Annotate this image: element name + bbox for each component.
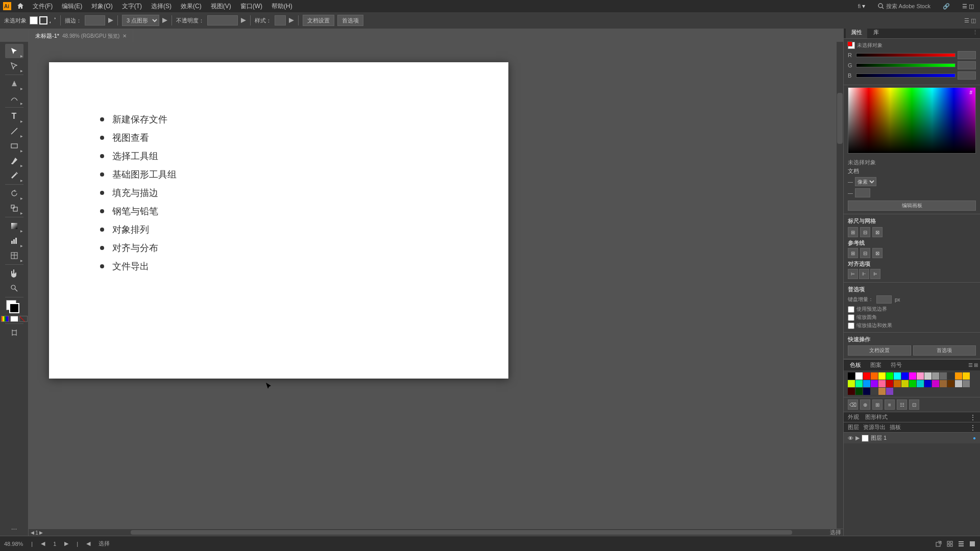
chart-tool[interactable]: ▶ [5, 234, 23, 248]
layer-options[interactable]: ⋮ [970, 424, 976, 431]
swatch-tool1[interactable]: ⌫ [848, 399, 858, 410]
swatch-cell[interactable] [955, 380, 962, 387]
swatch-cell[interactable] [909, 372, 916, 380]
workspace-selector[interactable]: fi ▾ [854, 2, 870, 11]
symbol-tab[interactable]: 符号 [887, 360, 906, 370]
hand-tool[interactable] [5, 266, 23, 281]
preview-bounds-check[interactable] [848, 306, 854, 313]
swatch-cell[interactable] [909, 380, 916, 387]
swatch-cell[interactable] [894, 372, 901, 380]
keyboard-input[interactable]: 1 [876, 295, 892, 304]
swatch-cell[interactable] [863, 372, 870, 380]
next-artboard-btn[interactable]: ▶ [39, 530, 43, 535]
swatch-cell[interactable] [917, 380, 924, 387]
menu-file[interactable]: 文件(F) [29, 1, 57, 12]
color-mode-color[interactable] [1, 316, 9, 322]
document-tab[interactable]: 未标题-1* 48.98% (RGB/GPU 预览) ✕ [29, 30, 133, 42]
slice-tool[interactable]: ▶ [5, 248, 23, 263]
attr-panel-options[interactable]: ⋮ [972, 29, 978, 36]
stroke-width-input[interactable] [85, 15, 105, 26]
swatch-cell[interactable] [947, 380, 954, 387]
guide-btn2[interactable]: ⊟ [860, 248, 870, 258]
swatch-cell[interactable] [871, 388, 878, 395]
scroll-left-btn[interactable]: ◀ [86, 540, 90, 547]
fit-page-icon[interactable] [946, 540, 953, 547]
next-page-btn[interactable]: ▶ [64, 540, 68, 547]
r-slider[interactable] [856, 53, 955, 57]
guide-btn1[interactable]: ⊞ [848, 248, 858, 258]
quick-preferences-btn[interactable]: 首选项 [913, 345, 976, 356]
swatch-cell[interactable] [901, 380, 909, 387]
color-gradient-picker[interactable]: # [848, 87, 976, 154]
layer-target[interactable]: ● [973, 435, 976, 441]
swatch-cell[interactable] [901, 372, 909, 380]
menu-text[interactable]: 文字(T) [118, 1, 146, 12]
share-btn[interactable]: 🔗 [939, 2, 954, 11]
unit-select[interactable]: 像素 [855, 177, 876, 186]
snap-toggle[interactable]: ⊠ [872, 227, 883, 237]
scale-strokes-check[interactable] [848, 322, 854, 329]
swatch-cell[interactable] [932, 380, 939, 387]
align-right[interactable]: ⊫ [870, 269, 880, 279]
pencil-tool[interactable]: ▶ [5, 168, 23, 183]
search-bar[interactable]: 搜索 Adobe Stock [874, 2, 935, 11]
menu-help[interactable]: 帮助(H) [267, 1, 297, 12]
g-slider[interactable] [856, 63, 955, 67]
h-scroll-thumb[interactable] [131, 530, 792, 535]
arrange-icon[interactable] [969, 540, 976, 547]
properties-icon[interactable] [958, 540, 965, 547]
layer-visibility-eye[interactable]: 👁 [848, 435, 853, 441]
g-value-input[interactable] [958, 61, 976, 69]
zoom-tool[interactable] [5, 281, 23, 295]
curvature-tool[interactable]: ▶ [5, 91, 23, 106]
swatch-cell[interactable] [932, 372, 939, 380]
swatch-cell[interactable] [963, 372, 970, 380]
swatch-cell[interactable] [924, 372, 932, 380]
arrange-icons[interactable]: ☰ ◫ [964, 17, 976, 24]
swatch-cell[interactable] [848, 380, 855, 387]
gradient-tool[interactable]: ▶ [5, 219, 23, 233]
swatch-cell[interactable] [886, 380, 893, 387]
swatch-cell[interactable] [894, 380, 901, 387]
b-slider[interactable] [856, 73, 955, 78]
swatch-cell[interactable] [955, 372, 962, 380]
stroke-swatch[interactable] [39, 16, 47, 24]
swatch-cell[interactable] [878, 380, 886, 387]
swatch-tab[interactable]: 色板 [846, 360, 865, 370]
direct-selection-tool[interactable]: ▶ [5, 59, 23, 73]
swatch-cell[interactable] [917, 372, 924, 380]
prev-page-btn[interactable]: ◀ [41, 540, 45, 547]
external-link-icon[interactable] [935, 540, 942, 547]
swatch-cell[interactable] [963, 380, 970, 387]
h-scrollbar[interactable]: ◀ 1 ▶ 选择 [29, 529, 843, 536]
align-center-h[interactable]: ⊩ [859, 269, 869, 279]
swatch-cell[interactable] [855, 388, 863, 395]
menu-object[interactable]: 对象(O) [87, 1, 116, 12]
rectangle-tool[interactable]: ▶ [5, 139, 23, 153]
scale-tool[interactable]: ▶ [5, 201, 23, 215]
section-options[interactable]: ⋮ [970, 414, 976, 421]
swatch-cell[interactable] [871, 380, 878, 387]
swatch-tool4[interactable]: ≡ [885, 399, 895, 410]
swatch-cell[interactable] [848, 372, 855, 380]
r-value-input[interactable] [958, 51, 976, 59]
swatch-tool6[interactable]: ⊡ [909, 399, 919, 410]
guide-btn3[interactable]: ⊠ [872, 248, 883, 258]
line-tool[interactable]: ▶ [5, 124, 23, 138]
rotate-tool[interactable]: ▶ [5, 186, 23, 201]
tab-close-btn[interactable]: ✕ [122, 33, 127, 39]
swatch-cell[interactable] [863, 388, 870, 395]
menu-effect[interactable]: 效果(C) [177, 1, 206, 12]
swatch-cell[interactable] [848, 388, 855, 395]
type-tool[interactable]: T ▶ [5, 109, 23, 123]
swatch-list-view[interactable]: ⊞ [974, 362, 978, 368]
swatch-cell[interactable] [947, 372, 954, 380]
fill-swatch[interactable] [30, 16, 38, 24]
selection-tool[interactable]: ▶ [5, 44, 23, 58]
ruler-toggle[interactable]: ⊞ [848, 227, 858, 237]
swatch-tool2[interactable]: ⊕ [860, 399, 870, 410]
fill-stroke-indicator[interactable] [5, 299, 23, 314]
fill-color-swatch[interactable] [848, 42, 855, 49]
swatch-cell[interactable] [855, 372, 863, 380]
scale-corners-check[interactable] [848, 314, 854, 321]
